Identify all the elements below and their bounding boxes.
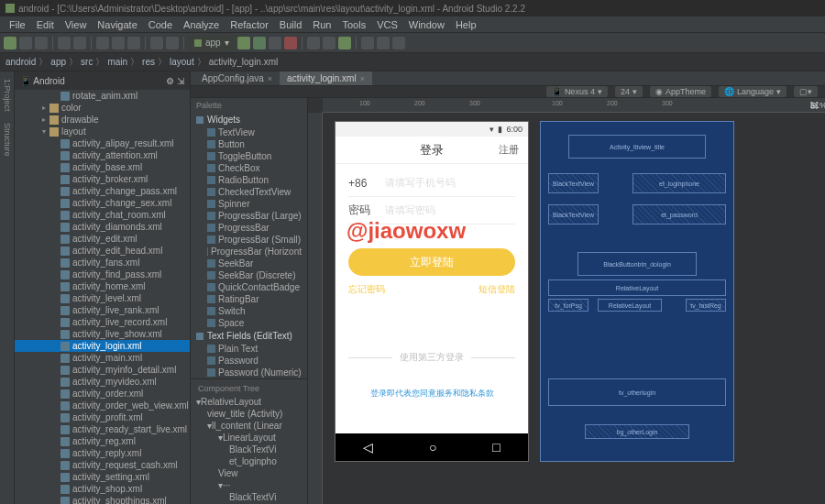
component-tree[interactable]: Component Tree▾ RelativeLayout view_titl… — [191, 378, 307, 504]
palette-item[interactable]: Password — [191, 355, 307, 367]
nav-back-icon[interactable]: ◁ — [363, 440, 373, 455]
palette-item[interactable]: RadioButton — [191, 174, 307, 186]
structure-tab[interactable]: Structure — [3, 119, 12, 160]
cut-icon[interactable] — [96, 37, 109, 49]
palette-item[interactable]: SeekBar — [191, 257, 307, 269]
help-icon[interactable] — [392, 37, 405, 49]
tree-item[interactable]: activity_home.xml — [15, 280, 190, 292]
tree-item[interactable]: ▸color — [15, 102, 190, 114]
crumb-main[interactable]: main — [107, 57, 127, 67]
save-icon[interactable] — [19, 37, 32, 49]
sms-login-link[interactable]: 短信登陆 — [478, 283, 515, 296]
back-icon[interactable] — [150, 37, 163, 49]
menu-navigate[interactable]: Navigate — [92, 19, 142, 30]
menu-build[interactable]: Build — [274, 19, 307, 30]
tree-item[interactable]: activity_diamonds.xml — [15, 221, 190, 233]
component-tree-item[interactable]: BlackTextVi — [192, 444, 305, 455]
settings-icon[interactable] — [377, 37, 390, 49]
tree-item[interactable]: activity_broker.xml — [15, 173, 190, 185]
tree-item[interactable]: activity_shopthings.xml — [15, 495, 190, 504]
menu-view[interactable]: View — [60, 19, 93, 30]
palette-item[interactable]: TextView — [191, 126, 307, 138]
theme-dropdown[interactable]: ◉AppTheme — [650, 86, 711, 97]
attach-icon[interactable] — [269, 37, 281, 49]
menu-refactor[interactable]: Refactor — [225, 19, 274, 30]
blueprint-preview[interactable]: Activity_ltiview_title BlackTextView et_… — [541, 122, 733, 461]
orientation-dropdown[interactable]: ▢▾ — [794, 86, 818, 97]
tree-item[interactable]: rotate_anim.xml — [15, 90, 190, 102]
project-tree[interactable]: rotate_anim.xml▸color▸drawable▾layoutact… — [15, 90, 190, 504]
tree-item[interactable]: activity_myinfo_detail.xml — [15, 364, 190, 376]
palette-item[interactable]: Space — [191, 317, 307, 329]
palette-item[interactable]: Plain Text — [191, 343, 307, 355]
forgot-link[interactable]: 忘记密码 — [348, 283, 385, 296]
tab-activity-login[interactable]: activity_login.xml× — [280, 71, 372, 85]
tree-item[interactable]: activity_reply.xml — [15, 447, 190, 459]
copy-icon[interactable] — [112, 37, 125, 49]
crumb-app[interactable]: app — [50, 57, 66, 67]
palette-item[interactable]: QuickContactBadge — [191, 281, 307, 293]
stop-icon[interactable] — [284, 37, 297, 49]
palette-item[interactable]: Button — [191, 138, 307, 150]
close-icon[interactable]: × — [360, 74, 365, 83]
password-input[interactable]: 请填写密码 — [385, 203, 435, 217]
menu-run[interactable]: Run — [307, 19, 336, 30]
component-tree-item[interactable]: ▾ ··· — [192, 479, 305, 491]
run-icon[interactable] — [237, 37, 250, 49]
crumb-layout[interactable]: layout — [170, 57, 194, 67]
palette-item[interactable]: CheckBox — [191, 162, 307, 174]
tree-item[interactable]: activity_reg.xml — [15, 435, 190, 447]
tree-item[interactable]: activity_order_web_view.xml — [15, 400, 190, 411]
tree-item[interactable]: activity_chat_room.xml — [15, 209, 190, 221]
gradle-icon[interactable] — [361, 37, 374, 49]
palette-item[interactable]: Text Fields (EditText) — [191, 329, 307, 343]
tree-item[interactable]: activity_live_record.xml — [15, 316, 190, 328]
avd-icon[interactable] — [307, 37, 320, 49]
project-settings-icon[interactable]: ⚙ ⇲ — [166, 76, 184, 86]
tree-item[interactable]: activity_live_show.xml — [15, 328, 190, 340]
component-tree-item[interactable]: ▾ RelativeLayout — [192, 396, 305, 408]
login-button[interactable]: 立即登陆 — [348, 248, 515, 276]
palette-item[interactable]: Palette — [191, 98, 307, 113]
tree-item[interactable]: activity_find_pass.xml — [15, 268, 190, 280]
menu-edit[interactable]: Edit — [31, 19, 60, 30]
palette-item[interactable]: Switch — [191, 305, 307, 317]
menu-window[interactable]: Window — [403, 19, 450, 30]
crumb-file[interactable]: activity_login.xml — [209, 57, 279, 67]
menu-file[interactable]: File — [4, 19, 31, 30]
tree-item[interactable]: activity_order.xml — [15, 388, 190, 400]
nav-recent-icon[interactable]: □ — [492, 440, 500, 455]
monitor-icon[interactable] — [338, 37, 351, 49]
api-dropdown[interactable]: 24▾ — [615, 86, 643, 97]
tree-item[interactable]: activity_ready_start_live.xml — [15, 423, 190, 435]
tree-item[interactable]: activity_base.xml — [15, 161, 190, 173]
palette-item[interactable]: ProgressBar (Large) — [191, 210, 307, 222]
palette-item[interactable]: Component Tree — [192, 381, 305, 396]
palette-item[interactable]: CheckedTextView — [191, 186, 307, 198]
redo-icon[interactable] — [73, 37, 86, 49]
paste-icon[interactable] — [127, 37, 140, 49]
open-icon[interactable] — [4, 37, 16, 49]
undo-icon[interactable] — [58, 37, 71, 49]
debug-icon[interactable] — [253, 37, 266, 49]
palette-item[interactable]: Spinner — [191, 198, 307, 210]
device-dropdown[interactable]: 📱 Nexus 4▾ — [546, 86, 608, 97]
zoom-fit-icon[interactable]: ⛶ — [810, 101, 819, 110]
crumb-src[interactable]: src — [81, 57, 93, 67]
register-link[interactable]: 注册 — [499, 143, 519, 157]
palette-item[interactable]: ProgressBar (Small) — [191, 234, 307, 246]
tree-item[interactable]: activity_myvideo.xml — [15, 376, 190, 388]
sdk-icon[interactable] — [323, 37, 336, 49]
palette-item[interactable]: ProgressBar (Horizont — [191, 246, 307, 257]
tree-item[interactable]: activity_change_pass.xml — [15, 185, 190, 197]
component-tree-item[interactable]: et_loginpho — [192, 455, 305, 467]
sync-icon[interactable] — [35, 37, 48, 49]
terms-link[interactable]: 登录即代表您同意服务和隐私条款 — [348, 388, 515, 400]
device-preview[interactable]: ▾ ▮ 6:00 登录 注册 +86 请填写手机号码 — [336, 122, 528, 461]
palette-item[interactable]: Password (Numeric) — [191, 367, 307, 378]
tree-item[interactable]: activity_request_cash.xml — [15, 459, 190, 471]
component-tree-item[interactable]: view_title (Activity) — [192, 408, 305, 420]
country-code[interactable]: +86 — [348, 177, 385, 190]
tree-item[interactable]: activity_change_sex.xml — [15, 197, 190, 209]
lang-dropdown[interactable]: 🌐Language▾ — [719, 86, 786, 97]
